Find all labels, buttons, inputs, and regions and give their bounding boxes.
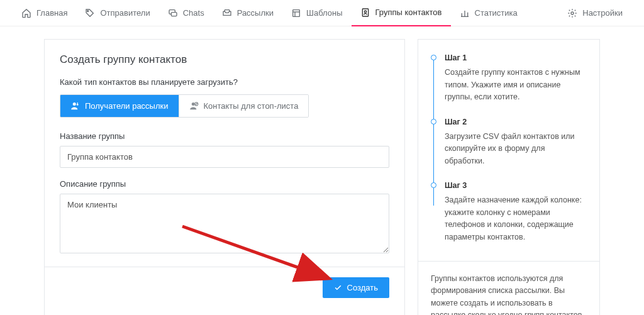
create-button[interactable]: Создать (323, 277, 389, 298)
group-name-input[interactable] (60, 146, 389, 168)
step-2: Шаг 2 Загрузите CSV файл контактов или с… (431, 116, 587, 168)
svg-point-13 (73, 102, 76, 106)
create-group-card: Создать группу контактов Какой тип конта… (44, 39, 405, 315)
card-footer: Создать (45, 267, 404, 308)
create-button-label: Создать (347, 283, 378, 292)
nav-mailings[interactable]: Рассылки (213, 0, 282, 26)
svg-rect-3 (293, 9, 300, 16)
nav-home[interactable]: Главная (13, 0, 76, 26)
step-text: Задайте назначение каждой колонке: укажи… (445, 194, 587, 243)
nav-templates[interactable]: Шаблоны (282, 0, 352, 26)
step-title: Шаг 2 (445, 116, 587, 128)
nav-label: Главная (36, 8, 67, 18)
tab-recipients[interactable]: Получатели рассылки (60, 95, 179, 117)
home-icon (21, 8, 31, 18)
contact-type-tabs: Получатели рассылки Контакты для стоп-ли… (60, 94, 309, 118)
stats-icon (460, 8, 470, 18)
step-title: Шаг 1 (445, 52, 587, 64)
nav-chats[interactable]: Chats (159, 0, 213, 26)
side-help-card: Шаг 1 Создайте группу контактов с нужным… (418, 39, 600, 315)
svg-point-7 (364, 11, 366, 13)
svg-point-12 (571, 12, 574, 14)
nav-label: Рассылки (237, 8, 274, 18)
nav-label: Отправители (100, 8, 150, 18)
nav-contact-groups[interactable]: Группы контактов (352, 0, 451, 26)
svg-line-16 (195, 103, 197, 105)
gear-icon (567, 8, 577, 18)
tab-label: Контакты для стоп-листа (204, 101, 299, 111)
step-text: Создайте группу контактов с нужным типом… (445, 67, 587, 103)
template-icon (291, 8, 301, 18)
nav-label: Группы контактов (375, 8, 442, 17)
nav-label: Настройки (582, 8, 623, 18)
nav-label: Статистика (475, 8, 518, 18)
tab-stoplist[interactable]: Контакты для стоп-листа (179, 95, 309, 117)
type-question: Какой тип контактов вы планируете загруз… (60, 77, 389, 87)
nav-settings[interactable]: Настройки (558, 0, 631, 26)
step-text: Загрузите CSV файл контактов или скопиру… (445, 131, 587, 167)
svg-rect-2 (171, 12, 177, 16)
step-3: Шаг 3 Задайте назначение каждой колонке:… (431, 180, 587, 243)
nav-stats[interactable]: Статистика (451, 0, 526, 26)
check-icon (334, 284, 342, 292)
steps-list: Шаг 1 Создайте группу контактов с нужным… (431, 52, 587, 243)
page-title: Создать группу контактов (60, 53, 389, 66)
svg-point-14 (191, 102, 194, 106)
tab-label: Получатели рассылки (85, 101, 169, 111)
inbox-icon (222, 8, 232, 18)
help-paragraph-1: Группы контактов используются для формир… (431, 273, 587, 315)
step-title: Шаг 3 (445, 180, 587, 192)
user-download-icon (70, 101, 80, 111)
divider (418, 261, 599, 262)
nav-senders[interactable]: Отправители (76, 0, 158, 26)
group-name-label: Название группы (60, 131, 389, 141)
contacts-icon (360, 8, 370, 18)
group-desc-input[interactable] (60, 194, 389, 253)
top-nav: Главная Отправители Chats Рассылки Шабло… (0, 0, 644, 26)
tag-icon (85, 8, 95, 18)
user-block-icon (189, 101, 199, 111)
nav-label: Chats (183, 8, 204, 18)
nav-label: Шаблоны (306, 8, 343, 18)
svg-point-0 (87, 10, 89, 11)
step-1: Шаг 1 Создайте группу контактов с нужным… (431, 52, 587, 104)
chat-icon (168, 8, 178, 18)
group-desc-label: Описание группы (60, 179, 389, 189)
